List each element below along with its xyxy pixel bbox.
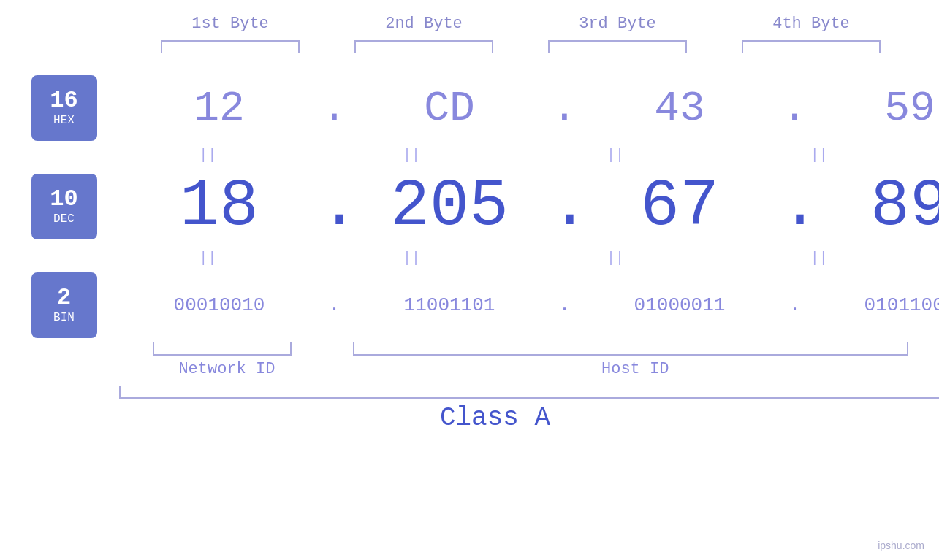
byte-headers: 1st Byte 2nd Byte 3rd Byte 4th Byte [31,15,908,33]
byte1-header: 1st Byte [134,15,327,33]
hex-val-2: CD [424,85,475,132]
bin-val-3: 01000011 [634,294,726,316]
hex-val-4: 59 [884,85,935,132]
bin-octet-2: 11001101 [349,294,550,316]
class-bracket-line [119,386,940,399]
bin-val-4: 01011001 [864,294,939,316]
byte3-header: 3rd Byte [521,15,715,33]
bin-val-2: 11001101 [404,294,495,316]
bottom-bracket-container [31,342,908,356]
bracket-4 [715,40,908,53]
dec-badge: 10 DEC [31,174,97,239]
hex-octets: 12 . CD . 43 . 59 [119,85,940,132]
hex-octet-3: 43 [579,85,780,132]
dec-octet-2: 205 [349,169,550,244]
bracket-1 [134,40,327,53]
id-labels-row: Network ID Host ID [31,360,908,378]
bin-val-1: 00010010 [174,294,265,316]
bracket-2 [327,40,521,53]
class-label-row: Class A [31,403,872,433]
dec-dot-2: . [550,169,579,244]
hex-dot-3: . [780,85,810,132]
bin-dot-2: . [550,294,579,316]
bin-octet-1: 00010010 [119,294,320,316]
eq1-1: || [119,147,297,164]
class-label: Class A [440,403,550,433]
dec-octets: 18 . 205 . 67 . 89 [119,169,940,244]
host-id-bracket [353,342,908,356]
dec-octet-1: 18 [119,169,320,244]
hex-octet-4: 59 [810,85,940,132]
bin-octet-4: 01011001 [810,294,940,316]
eq1-3: || [526,147,704,164]
bin-octet-3: 01000011 [579,294,780,316]
dec-row: 10 DEC 18 . 205 . 67 . 89 [31,169,908,244]
equals-row-1: || || || || [31,147,908,164]
eq1-4: || [730,147,908,164]
bin-base-number: 2 [57,286,71,310]
eq1-2: || [322,147,500,164]
hex-base-number: 16 [50,89,77,112]
bin-badge: 2 BIN [31,272,97,338]
hex-row: 16 HEX 12 . CD . 43 . 59 [31,75,908,141]
network-id-bracket [119,342,327,356]
dec-val-2: 205 [390,169,509,244]
byte4-header: 4th Byte [715,15,908,33]
bin-base-label: BIN [53,311,75,324]
hex-val-1: 12 [194,85,245,132]
bin-dot-3: . [780,294,810,316]
top-brackets [31,40,908,53]
equals-row-2: || || || || [31,250,908,266]
eq2-1: || [119,250,297,266]
eq2-4: || [730,250,908,266]
hex-dot-2: . [550,85,579,132]
dec-dot-1: . [320,169,349,244]
hex-val-3: 43 [654,85,705,132]
content-area: 1st Byte 2nd Byte 3rd Byte 4th Byte 16 [31,15,908,433]
dec-val-4: 89 [870,169,939,244]
dec-base-label: DEC [53,212,75,226]
hex-octet-1: 12 [119,85,320,132]
dec-octet-3: 67 [579,169,780,244]
byte2-header: 2nd Byte [327,15,521,33]
bin-octets: 00010010 . 11001101 . 01000011 . 0101100… [119,294,940,316]
dec-val-1: 18 [180,169,259,244]
bin-row: 2 BIN 00010010 . 11001101 . 01000011 . 0… [31,272,908,338]
watermark: ipshu.com [878,540,924,551]
eq2-3: || [526,250,704,266]
dec-val-3: 67 [640,169,719,244]
hex-dot-1: . [320,85,349,132]
hex-badge: 16 HEX [31,75,97,141]
dec-base-number: 10 [50,188,77,211]
class-bracket-container [31,386,908,399]
dec-dot-3: . [780,169,810,244]
main-container: 1st Byte 2nd Byte 3rd Byte 4th Byte 16 [0,0,939,560]
eq2-2: || [322,250,500,266]
bracket-3 [521,40,715,53]
hex-octet-2: CD [349,85,550,132]
host-id-label: Host ID [362,360,908,378]
bin-dot-1: . [320,294,349,316]
network-id-label: Network ID [119,360,335,378]
dec-octet-4: 89 [810,169,940,244]
hex-base-label: HEX [53,114,75,127]
